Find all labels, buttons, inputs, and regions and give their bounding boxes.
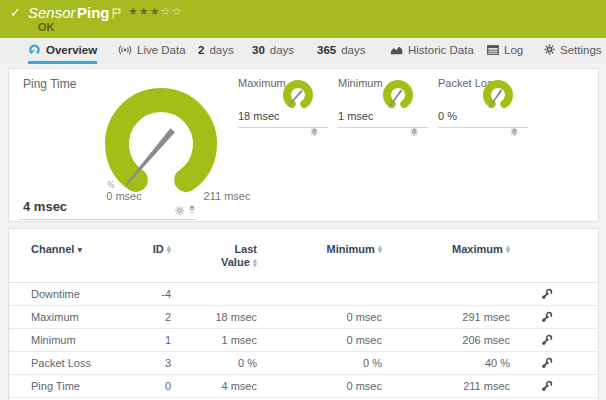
channel-id: -4 [141,288,171,300]
minimum-value: 0 msec [257,311,382,323]
tab-30-days[interactable]: 30days [252,38,294,61]
mini-gauge-packet-loss: Packet Loss 0 % [438,77,528,128]
sensor-type-label: Sensor [28,4,76,21]
mini-gauge-label: Minimum [338,77,383,89]
pin-icon[interactable] [188,205,196,215]
sensor-header: ✓ Sensor Ping ★★★☆☆ OK [0,0,606,38]
settings-gear-icon [544,44,555,55]
sensor-title: Ping [77,4,110,21]
channels-table-panel: Channel▼ ID▲▼ Last Value▲▼ Minimum▲▼ Max… [8,228,599,400]
maximum-value: 40 % [382,357,510,369]
channel-id: 0 [141,380,171,392]
maximum-value: 211 msec [382,380,510,392]
stars-filled: ★★★ [128,5,161,18]
tab-historic-data[interactable]: Historic Data [390,38,474,61]
channel-name: Ping Time [31,380,141,392]
mini-gauge-value: 1 msec [338,110,373,122]
tab-log[interactable]: Log [487,38,523,61]
packet-loss-gauge [478,80,518,114]
main-gauge-divider [19,219,196,220]
last-value: 18 msec [171,311,257,323]
last-value: 4 msec [171,380,257,392]
column-header-id[interactable]: ID▲▼ [141,243,171,255]
main-gauge-label: Ping Time [23,77,76,91]
historic-chart-icon [390,45,403,55]
column-header-channel[interactable]: Channel▼ [31,243,141,255]
priority-flag-icon[interactable] [112,4,121,22]
overview-gauge-icon [28,43,41,56]
maximum-value: 206 msec [382,334,510,346]
column-header-minimum[interactable]: Minimum▲▼ [257,243,382,255]
channel-name: Maximum [31,311,141,323]
sort-caret-icon: ▼ [77,246,82,253]
main-gauge-value: 4 msec [23,199,67,214]
live-data-signal-icon [118,45,132,55]
gauge-scale-min: 0 msec [101,190,147,202]
channel-id: 3 [141,357,171,369]
column-header-last-value[interactable]: Last Value▲▼ [171,243,257,269]
minimum-value: 0 msec [257,334,382,346]
sort-icon: ▲▼ [253,258,257,267]
table-row-maximum[interactable]: Maximum 2 18 msec 0 msec 291 msec [9,306,598,329]
tab-overview[interactable]: Overview [28,38,97,64]
minimum-value: 0 msec [257,380,382,392]
mini-gauge-maximum: Maximum 18 msec [238,77,328,128]
pin-icon[interactable] [311,128,318,137]
tab-bar: Overview Live Data 2days 30days 365days … [0,38,606,64]
ok-check-icon: ✓ [10,5,21,20]
mini-gauge-value: 0 % [438,110,457,122]
channel-settings-wrench-icon[interactable] [541,357,553,369]
gauge-unit-hint: % [107,181,115,190]
last-value: 1 msec [171,334,257,346]
channel-settings-wrench-icon[interactable] [541,311,553,323]
maximum-value: 291 msec [382,311,510,323]
tab-2-days[interactable]: 2days [198,38,234,61]
gear-icon[interactable] [175,206,184,215]
last-value: 0 % [171,357,257,369]
mini-gauge-value: 18 msec [238,110,280,122]
channel-name: Downtime [31,288,141,300]
pin-icon[interactable] [511,128,518,137]
channel-name: Minimum [31,334,141,346]
minimum-value: 0 % [257,357,382,369]
sort-icon: ▲▼ [506,245,510,254]
priority-rating[interactable]: ★★★☆☆ [128,5,182,18]
column-header-maximum[interactable]: Maximum▲▼ [382,243,510,255]
gauges-panel: Ping Time % 0 msec 211 msec 4 msec Maxim… [8,68,599,222]
table-row-downtime[interactable]: Downtime -4 [9,283,598,306]
channel-settings-wrench-icon[interactable] [541,288,553,300]
status-badge: OK [38,21,55,33]
channel-id: 1 [141,334,171,346]
tab-365-days[interactable]: 365days [317,38,365,61]
channel-settings-wrench-icon[interactable] [541,334,553,346]
maximum-gauge [278,80,318,114]
mini-gauge-minimum: Minimum 1 msec [338,77,428,128]
minimum-gauge [378,80,418,114]
table-row-packet-loss[interactable]: Packet Loss 3 0 % 0 % 40 % [9,352,598,375]
pin-icon[interactable] [411,128,418,137]
stars-empty: ☆☆ [161,5,183,18]
channel-name: Packet Loss [31,357,141,369]
table-header-row: Channel▼ ID▲▼ Last Value▲▼ Minimum▲▼ Max… [9,229,598,283]
gauge-scale-max: 211 msec [198,190,256,202]
table-row-minimum[interactable]: Minimum 1 1 msec 0 msec 206 msec [9,329,598,352]
channel-id: 2 [141,311,171,323]
tab-live-data[interactable]: Live Data [118,38,186,61]
main-gauge-actions [175,205,196,215]
log-list-icon [487,45,499,55]
channel-settings-wrench-icon[interactable] [541,380,553,392]
table-row-ping-time[interactable]: Ping Time 0 4 msec 0 msec 211 msec [9,375,598,398]
tab-settings[interactable]: Settings [544,38,602,61]
